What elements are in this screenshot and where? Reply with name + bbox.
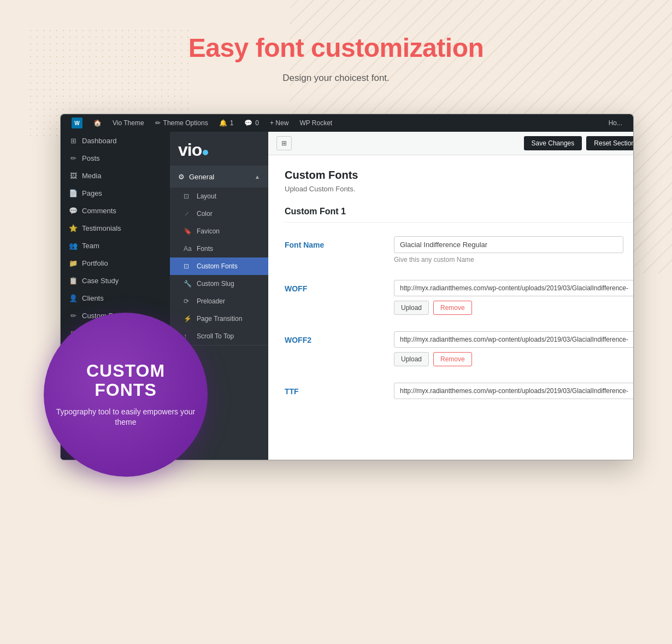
- sidebar-item-testimonials[interactable]: ⭐ Testimonials: [61, 219, 170, 237]
- ttf-url: http://myx.radiantthemes.com/wp-content/…: [394, 383, 634, 399]
- chevron-up-icon: ▲: [255, 174, 260, 180]
- color-icon: ⟋: [184, 210, 191, 218]
- portfolio-icon: 📁: [69, 259, 78, 267]
- option-color[interactable]: ⟋ Color: [170, 205, 268, 223]
- badge-description: Typography tool to easily empowers your …: [44, 407, 208, 428]
- custom-fonts-icon: ⊡: [184, 262, 191, 270]
- content-body: Custom Fonts Upload Custom Fonts. Custom…: [268, 155, 634, 434]
- comment-icon: 💬: [244, 119, 252, 127]
- option-layout[interactable]: ⊡ Layout: [170, 188, 268, 205]
- woff2-remove-btn[interactable]: Remove: [433, 352, 472, 366]
- woff-url: http://myx.radiantthemes.com/wp-content/…: [394, 280, 634, 296]
- content-toolbar: ⊞ Save Changes Reset Section: [268, 132, 634, 155]
- pencil-icon: ✏: [155, 119, 161, 127]
- option-custom-fonts[interactable]: ⊡ Custom Fonts: [170, 257, 268, 275]
- page-title: Easy font customization: [188, 33, 484, 63]
- sidebar-item-casestudy[interactable]: 📋 Case Study: [61, 272, 170, 289]
- logo-dot: [203, 150, 208, 155]
- woff2-url: http://myx.radiantthemes.com/wp-content/…: [394, 331, 634, 348]
- general-section-header[interactable]: ⚙ General ▲: [170, 166, 268, 188]
- option-favicon[interactable]: 🔖 Favicon: [170, 223, 268, 240]
- font-name-label: Font Name: [285, 236, 383, 249]
- clients-icon: 👤: [69, 294, 78, 302]
- sidebar-item-posts[interactable]: ✏ Posts: [61, 149, 170, 167]
- sidebar-item-team[interactable]: 👥 Team: [61, 237, 170, 254]
- option-preloader[interactable]: ⟳ Preloader: [170, 292, 268, 310]
- transition-icon: ⚡: [184, 315, 191, 323]
- woff2-field: http://myx.radiantthemes.com/wp-content/…: [394, 331, 634, 366]
- subsection-title: Custom Font 1: [285, 207, 634, 223]
- theme-options-link[interactable]: ✏ Theme Options: [150, 114, 214, 132]
- dashboard-icon: ⊞: [69, 136, 78, 145]
- font-name-hint: Give this any custom Name: [394, 256, 634, 264]
- font-name-field: Give this any custom Name: [394, 236, 634, 264]
- ttf-field: http://myx.radiantthemes.com/wp-content/…: [394, 383, 634, 403]
- favicon-icon: 🔖: [184, 227, 191, 235]
- comments-link[interactable]: 💬 0: [239, 114, 264, 132]
- section-description: Upload Custom Fonts.: [285, 185, 634, 193]
- woff-field: http://myx.radiantthemes.com/wp-content/…: [394, 280, 634, 315]
- woff2-label: WOFF2: [285, 331, 383, 344]
- sidebar-item-clients[interactable]: 👤 Clients: [61, 289, 170, 307]
- sidebar-item-pages[interactable]: 📄 Pages: [61, 184, 170, 202]
- ring-icon: 🔔: [219, 119, 227, 127]
- comments-icon: 💬: [69, 206, 78, 215]
- posts-icon: ✏: [69, 154, 78, 162]
- main-content-panel: ⊞ Save Changes Reset Section Custom Font…: [268, 132, 634, 460]
- comments-count[interactable]: 🔔 1: [214, 114, 239, 132]
- font-name-row: Font Name Give this any custom Name: [285, 236, 634, 264]
- font-name-input[interactable]: [394, 236, 623, 253]
- wp-icon: W: [72, 118, 82, 128]
- howdy-text: Ho...: [603, 114, 628, 132]
- home-icon: 🏠: [93, 119, 102, 127]
- media-icon: 🖼: [69, 171, 78, 180]
- woff-row: WOFF http://myx.radiantthemes.com/wp-con…: [285, 280, 634, 315]
- reset-section-button[interactable]: Reset Section: [586, 136, 634, 150]
- grid-view-btn[interactable]: ⊞: [276, 136, 292, 150]
- testimonials-icon: ⭐: [69, 224, 78, 232]
- section-title: Custom Fonts: [285, 169, 634, 182]
- home-link[interactable]: 🏠: [88, 114, 107, 132]
- gear-icon: ⚙: [178, 173, 185, 181]
- slug-icon: 🔧: [184, 280, 191, 288]
- sidebar-item-comments[interactable]: 💬 Comments: [61, 202, 170, 219]
- wp-logo[interactable]: W: [66, 114, 88, 132]
- option-page-transition[interactable]: ⚡ Page Transition: [170, 310, 268, 327]
- wp-admin-bar: W 🏠 Vio Theme ✏ Theme Options 🔔 1: [61, 114, 633, 132]
- team-icon: 👥: [69, 241, 78, 250]
- theme-name[interactable]: Vio Theme: [107, 114, 150, 132]
- woff2-upload-btn[interactable]: Upload: [394, 352, 429, 366]
- sidebar-item-portfolio[interactable]: 📁 Portfolio: [61, 254, 170, 272]
- preloader-icon: ⟳: [184, 297, 191, 305]
- footers-icon: ✏: [69, 311, 78, 320]
- option-fonts[interactable]: Aa Fonts: [170, 240, 268, 257]
- new-link[interactable]: + New: [264, 114, 294, 132]
- page-subtitle: Design your choicest font.: [282, 73, 390, 84]
- woff-upload-btn[interactable]: Upload: [394, 301, 429, 315]
- vio-logo: vio: [178, 140, 260, 160]
- option-custom-slug[interactable]: 🔧 Custom Slug: [170, 275, 268, 292]
- woff-label: WOFF: [285, 280, 383, 293]
- ttf-label: TTF: [285, 383, 383, 396]
- fonts-icon: Aa: [184, 245, 191, 253]
- rocket-link[interactable]: WP Rocket: [294, 114, 338, 132]
- sidebar-item-media[interactable]: 🖼 Media: [61, 167, 170, 184]
- badge-title-line1: CUSTOM: [86, 361, 165, 380]
- ttf-row: TTF http://myx.radiantthemes.com/wp-cont…: [285, 383, 634, 403]
- woff-remove-btn[interactable]: Remove: [433, 301, 472, 315]
- pages-icon: 📄: [69, 189, 78, 197]
- sidebar-item-dashboard[interactable]: ⊞ Dashboard: [61, 132, 170, 149]
- layout-icon: ⊡: [184, 192, 191, 200]
- badge-title-line2: FONTS: [95, 380, 156, 400]
- circle-badge: CUSTOM FONTS Typography tool to easily e…: [44, 313, 208, 477]
- casestudy-icon: 📋: [69, 276, 78, 285]
- woff2-row: WOFF2 http://myx.radiantthemes.com/wp-co…: [285, 331, 634, 366]
- save-changes-button[interactable]: Save Changes: [524, 136, 582, 150]
